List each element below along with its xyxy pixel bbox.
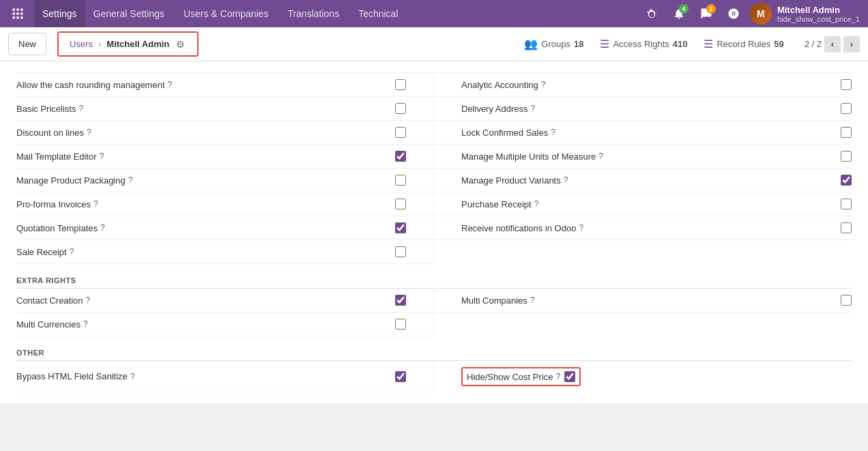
notifications-badge: 4 <box>679 4 689 14</box>
hide-show-cost-price-checkbox[interactable] <box>564 371 575 382</box>
breadcrumb-parent-link[interactable]: Users <box>70 39 93 49</box>
receive-notifications-help[interactable]: ? <box>579 223 583 233</box>
mail-template-editor-checkbox-wrap <box>395 151 406 162</box>
svg-rect-2 <box>20 9 23 11</box>
pro-forma-invoices-help[interactable]: ? <box>93 199 98 209</box>
manage-product-variants-row: Manage Product Variants ? <box>434 169 852 192</box>
multi-currencies-help[interactable]: ? <box>83 319 88 329</box>
multi-currencies-label: Multi Currencies ? <box>16 319 395 330</box>
action-links-area: 👥 Groups 18 ☰ Access Rights 410 ☰ Record… <box>512 27 796 61</box>
mail-template-editor-help[interactable]: ? <box>100 151 104 161</box>
bypass-html-row: Bypass HTML Field Sanitize ? <box>16 361 434 392</box>
activity-button[interactable] <box>723 3 744 25</box>
quotation-templates-help[interactable]: ? <box>100 223 105 233</box>
apps-menu-button[interactable] <box>8 4 27 23</box>
delivery-address-help[interactable]: ? <box>531 104 536 113</box>
analytic-accounting-help[interactable]: ? <box>541 80 546 89</box>
nav-right-area: 4 2 M Mitchell Admin hide_show_cost_pric… <box>641 3 860 25</box>
manage-product-variants-checkbox-wrap <box>841 175 852 186</box>
lock-confirmed-sales-label: Lock Confirmed Sales ? <box>461 128 841 138</box>
lock-confirmed-sales-row: Lock Confirmed Sales ? <box>434 121 852 145</box>
access-rights-link[interactable]: ☰ Access Rights 410 <box>593 35 694 53</box>
technical-link[interactable]: Technical <box>350 0 406 27</box>
other-section-header: Other <box>16 336 852 361</box>
lock-confirmed-sales-checkbox[interactable] <box>841 127 852 138</box>
sale-receipt-row: Sale Receipt ? <box>16 240 434 264</box>
delivery-address-row: Delivery Address ? <box>434 97 852 121</box>
manage-multiple-uom-checkbox[interactable] <box>841 151 852 162</box>
manage-product-packaging-row: Manage Product Packaging ? <box>16 169 434 192</box>
multi-companies-help[interactable]: ? <box>530 295 535 305</box>
top-navigation: Settings General Settings Users & Compan… <box>0 0 868 27</box>
purchase-receipt-row: Purchase Receipt ? <box>434 192 852 216</box>
sale-receipt-help[interactable]: ? <box>70 247 74 257</box>
breadcrumb-current: Mitchell Admin <box>106 39 169 49</box>
analytic-accounting-row: Analytic Accounting ? <box>434 73 852 97</box>
basic-pricelists-help[interactable]: ? <box>78 104 83 113</box>
lock-confirmed-sales-help[interactable]: ? <box>551 128 555 137</box>
new-button[interactable]: New <box>8 33 46 55</box>
manage-product-variants-label: Manage Product Variants ? <box>461 175 841 186</box>
users-companies-link[interactable]: Users & Companies <box>175 0 277 27</box>
multi-currencies-checkbox[interactable] <box>395 319 406 330</box>
delivery-address-checkbox[interactable] <box>841 103 852 114</box>
record-rules-link[interactable]: ☰ Record Rules 59 <box>697 35 790 53</box>
next-record-button[interactable]: › <box>843 36 860 53</box>
allow-cash-rounding-checkbox-wrap <box>395 79 406 90</box>
manage-multiple-uom-help[interactable]: ? <box>598 151 603 161</box>
analytic-accounting-checkbox[interactable] <box>841 79 852 90</box>
mail-template-editor-label: Mail Template Editor ? <box>16 151 395 162</box>
allow-cash-rounding-row: Allow the cash rounding management ? <box>16 73 434 97</box>
bypass-html-label: Bypass HTML Field Sanitize ? <box>16 371 395 381</box>
bypass-html-checkbox[interactable] <box>395 371 406 382</box>
record-settings-button[interactable]: ⚙ <box>175 38 186 51</box>
receive-notifications-checkbox[interactable] <box>841 222 852 233</box>
svg-rect-5 <box>20 12 23 14</box>
messages-button[interactable]: 2 <box>695 3 717 25</box>
receive-notifications-checkbox-wrap <box>841 222 852 233</box>
contact-creation-help[interactable]: ? <box>86 295 91 305</box>
multi-companies-label: Multi Companies ? <box>461 295 841 306</box>
settings-nav-link[interactable]: Settings <box>34 0 85 27</box>
purchase-receipt-checkbox[interactable] <box>841 199 852 209</box>
groups-count: 18 <box>574 39 583 49</box>
manage-product-variants-checkbox[interactable] <box>841 175 852 186</box>
translations-link[interactable]: Translations <box>279 0 347 27</box>
empty-right-row <box>434 240 852 264</box>
manage-product-packaging-help[interactable]: ? <box>128 175 133 185</box>
general-settings-link[interactable]: General Settings <box>85 0 173 27</box>
hide-show-cost-price-help[interactable]: ? <box>555 372 560 381</box>
hide-show-cost-price-label: Hide/Show Cost Price ? <box>467 372 560 382</box>
contact-creation-checkbox[interactable] <box>395 295 406 306</box>
delivery-address-label: Delivery Address ? <box>461 104 841 114</box>
mail-template-editor-checkbox[interactable] <box>395 151 406 162</box>
delivery-address-checkbox-wrap <box>841 103 852 114</box>
avatar[interactable]: M <box>750 3 772 25</box>
manage-product-packaging-checkbox[interactable] <box>395 175 406 186</box>
discount-on-lines-help[interactable]: ? <box>87 128 91 137</box>
receive-notifications-row: Receive notifications in Odoo ? <box>434 216 852 240</box>
purchase-receipt-help[interactable]: ? <box>534 199 539 209</box>
groups-link[interactable]: 👥 Groups 18 <box>517 35 590 53</box>
sale-receipt-checkbox-wrap <box>395 246 406 257</box>
mail-template-editor-row: Mail Template Editor ? <box>16 145 434 169</box>
discount-on-lines-row: Discount on lines ? <box>16 121 434 145</box>
discount-on-lines-checkbox[interactable] <box>395 127 406 138</box>
manage-multiple-uom-checkbox-wrap <box>841 151 852 162</box>
basic-pricelists-checkbox[interactable] <box>395 103 406 114</box>
notifications-button[interactable]: 4 <box>668 3 690 25</box>
prev-record-button[interactable]: ‹ <box>824 36 841 53</box>
user-info[interactable]: Mitchell Admin hide_show_cost_price_1 <box>777 5 860 23</box>
manage-product-variants-help[interactable]: ? <box>564 175 568 185</box>
bug-report-button[interactable] <box>641 3 663 25</box>
quotation-templates-row: Quotation Templates ? <box>16 216 434 240</box>
multi-companies-checkbox[interactable] <box>841 295 852 306</box>
quotation-templates-checkbox[interactable] <box>395 222 406 233</box>
svg-rect-4 <box>16 12 18 14</box>
pro-forma-invoices-checkbox[interactable] <box>395 199 406 209</box>
bypass-html-help[interactable]: ? <box>130 372 135 381</box>
basic-pricelists-checkbox-wrap <box>395 103 406 114</box>
allow-cash-rounding-help[interactable]: ? <box>168 80 173 89</box>
allow-cash-rounding-checkbox[interactable] <box>395 79 406 90</box>
sale-receipt-checkbox[interactable] <box>395 246 406 257</box>
